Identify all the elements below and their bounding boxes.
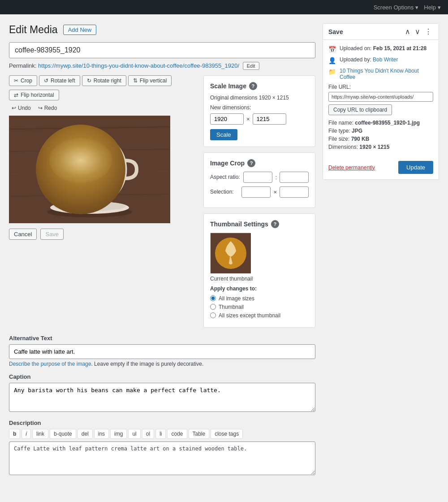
scale-height-input[interactable] [253, 113, 286, 125]
thumbnail-radio[interactable] [210, 304, 216, 310]
uploaded-on-value: Uploaded on: Feb 15, 2021 at 21:28 [340, 45, 426, 52]
table-button[interactable]: Table [189, 429, 210, 439]
flip-horizontal-button[interactable]: ⇄ Flip horizontal [9, 90, 59, 100]
file-size-row: File size: 790 KB [328, 136, 433, 142]
page-title-row: Edit Media Add New [9, 23, 315, 37]
aspect-ratio-row: Aspect ratio: : [210, 172, 309, 183]
description-textarea[interactable]: Caffe Latte with leaf pattern crema latt… [9, 441, 315, 475]
svg-point-10 [58, 138, 121, 201]
svg-rect-0 [9, 116, 170, 223]
file-size-value: 790 KB [351, 136, 370, 142]
uploaded-to-row: 📁 10 Things You Didn't Know About Coffee [328, 68, 433, 80]
delete-permanently-button[interactable]: Delete permanently [328, 164, 375, 171]
svg-point-8 [53, 133, 126, 206]
rotate-right-button[interactable]: ↻ Rotate right [82, 75, 126, 86]
aspect-height-input[interactable] [280, 172, 309, 183]
uploaded-by-row: 👤 Uploaded by: Bob Writer [328, 56, 433, 64]
ins-button[interactable]: ins [94, 429, 109, 439]
help-btn[interactable]: Help ▾ [424, 4, 441, 11]
alt-text-input[interactable] [9, 344, 315, 359]
times-symbol: × [246, 116, 250, 122]
bold-button[interactable]: b [9, 429, 20, 439]
file-type-value: JPG [352, 128, 362, 134]
caption-textarea[interactable]: Any barista worth his beans can make a p… [9, 383, 315, 412]
permalink-edit-button[interactable]: Edit [243, 62, 259, 70]
image-toolbar: ✂ Crop ↺ Rotate left ↻ Rotate right ⇅ [9, 75, 196, 86]
selection-width-input[interactable] [241, 186, 271, 198]
alt-text-describe: Describe the purpose of the image. Leave… [9, 361, 315, 367]
li-button[interactable]: li [155, 429, 166, 439]
del-button[interactable]: del [78, 429, 93, 439]
italic-button[interactable]: i [22, 429, 31, 439]
crop-button[interactable]: ✂ Crop [9, 75, 37, 86]
aspect-width-input[interactable] [243, 172, 272, 183]
screen-options-btn[interactable]: Screen Options ▾ [374, 4, 419, 11]
save-image-button[interactable]: Save [40, 229, 64, 240]
img-button[interactable]: img [110, 429, 127, 439]
except-thumbnail-radio[interactable] [210, 312, 216, 318]
undo-button[interactable]: ↩ Undo [9, 104, 34, 112]
sidebar-actions: Delete permanently Update [323, 157, 439, 179]
new-dims-label: New dimensions: [210, 104, 309, 111]
thumbnail-preview [210, 233, 250, 273]
scale-width-input[interactable] [210, 113, 244, 125]
all-sizes-radio[interactable] [210, 295, 216, 301]
sidebar-expand-btn[interactable]: ⋮ [423, 27, 433, 36]
cancel-button[interactable]: Cancel [9, 229, 37, 240]
original-dims-label: Original dimensions 1920 × 1215 [210, 95, 309, 101]
redo-icon: ↪ [38, 105, 43, 111]
thumbnail-label[interactable]: Thumbnail [219, 304, 244, 310]
file-url-section: File URL: Copy URL to clipboard [328, 84, 433, 120]
ul-button[interactable]: ul [128, 429, 140, 439]
file-url-input[interactable] [328, 92, 433, 102]
selection-row: Selection: × [210, 186, 309, 198]
file-url-label: File URL: [328, 84, 433, 90]
folder-icon: 📁 [328, 68, 336, 75]
file-size-label: File size: [328, 136, 351, 142]
save-panel: Save ∧ ∨ ⋮ 📅 Uploaded on: Feb 15, 2021 a… [323, 23, 439, 180]
rotate-left-button[interactable]: ↺ Rotate left [39, 75, 80, 86]
radio-thumbnail: Thumbnail [210, 304, 309, 310]
selection-height-input[interactable] [280, 186, 309, 198]
code-button[interactable]: code [167, 429, 187, 439]
calendar-icon: 📅 [328, 46, 336, 53]
except-thumbnail-label[interactable]: All sizes except thumbnail [219, 312, 280, 319]
scale-image-box: Scale Image ? Original dimensions 1920 ×… [203, 75, 315, 147]
dimensions-row: Dimensions: 1920 × 1215 [328, 144, 433, 150]
alt-text-label: Alternative Text [9, 335, 315, 342]
sidebar-toggle-btn[interactable]: ∨ [414, 27, 422, 36]
ol-button[interactable]: ol [142, 429, 154, 439]
redo-button[interactable]: ↪ Redo [35, 104, 60, 112]
all-sizes-label[interactable]: All image sizes [219, 295, 254, 302]
svg-point-11 [53, 133, 126, 206]
radio-except-thumb: All sizes except thumbnail [210, 312, 309, 319]
flip-vertical-button[interactable]: ⇅ Flip vertical [128, 75, 172, 86]
sidebar-collapse-btn[interactable]: ∧ [404, 27, 412, 36]
radio-all-sizes: All image sizes [210, 295, 309, 302]
uploaded-to-link[interactable]: 10 Things You Didn't Know About Coffee [340, 68, 419, 80]
blockquote-button[interactable]: b-quote [50, 429, 76, 439]
selection-times: × [273, 189, 277, 195]
crop-help-icon[interactable]: ? [247, 159, 255, 167]
describe-purpose-link[interactable]: Describe the purpose of the image [9, 361, 91, 367]
close-tags-button[interactable]: close tags [211, 429, 243, 439]
image-editor-area: ✂ Crop ↺ Rotate left ↻ Rotate right ⇅ [9, 75, 315, 328]
update-button[interactable]: Update [398, 161, 433, 174]
filename-input[interactable] [9, 42, 315, 58]
admin-top-bar: Screen Options ▾ Help ▾ [0, 0, 448, 14]
scale-help-icon[interactable]: ? [249, 82, 257, 90]
image-toolbar-row2: ⇄ Flip horizontal [9, 90, 196, 100]
copy-url-button[interactable]: Copy URL to clipboard [328, 104, 392, 115]
scale-button[interactable]: Scale [210, 129, 237, 140]
new-dims-row: × [210, 113, 309, 125]
person-icon: 👤 [328, 57, 336, 64]
uploaded-on-row: 📅 Uploaded on: Feb 15, 2021 at 21:28 [328, 45, 433, 53]
page-title: Edit Media [9, 23, 58, 37]
add-new-button[interactable]: Add New [63, 25, 97, 35]
link-button[interactable]: link [32, 429, 48, 439]
permalink-url[interactable]: https://mywp.site/10-things-you-didnt-kn… [38, 62, 239, 69]
file-name-label: File name: [328, 120, 355, 126]
thumbnail-help-icon[interactable]: ? [271, 220, 279, 228]
author-link[interactable]: Bob Writer [373, 56, 398, 63]
crop-icon: ✂ [14, 78, 18, 84]
